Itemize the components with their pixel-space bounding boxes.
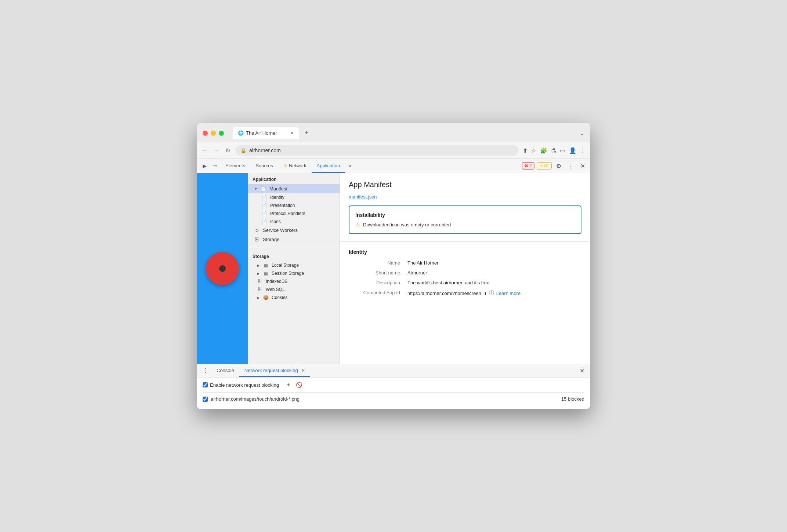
protocol-file-icon: 📄 — [261, 211, 267, 216]
tab-sources[interactable]: Sources — [250, 159, 278, 173]
warn-badge[interactable]: ⚠ 81 — [537, 162, 552, 170]
sidebar-sub-item-presentation[interactable]: 📄 Presentation — [248, 201, 340, 209]
devtools: ▶ ▭ Elements Sources ⚠ Network Applicati… — [197, 159, 590, 409]
inspect-button[interactable]: ▶ — [200, 160, 210, 172]
maximize-traffic-light[interactable] — [219, 131, 224, 136]
sidebar-sub-item-protocol-handlers[interactable]: 📄 Protocol Handlers — [248, 209, 340, 218]
session-storage-label: Session Storage — [272, 271, 304, 276]
devtools-toolbar: ▶ ▭ Elements Sources ⚠ Network Applicati… — [197, 159, 590, 173]
sidebar-item-storage[interactable]: 🗄 Storage — [248, 235, 340, 244]
browser-actions: ⬆ ☆ 🧩 ⚗ ▭ 👤 ⋮ — [523, 147, 586, 154]
sidebar-item-local-storage[interactable]: ▶ ▦ Local Storage — [248, 261, 340, 269]
bottom-tab-console[interactable]: Console — [211, 365, 239, 377]
profile-icon[interactable]: 👤 — [569, 147, 576, 154]
cookies-label: Cookies — [272, 295, 287, 300]
devtools-sidebar: Application ▼ 📄 Manifest 📄 Identity 📄 Pr… — [248, 173, 340, 364]
identity-section: Identity Name The Air Horner Short name … — [349, 248, 581, 296]
split-icon[interactable]: ▭ — [560, 147, 565, 154]
bottom-tab-bar: ⋮ Console Network request blocking ✕ ✕ — [197, 364, 590, 378]
url-bar[interactable]: 🔒 airhorner.com — [235, 145, 518, 156]
tab-favicon: 🌐 — [238, 130, 244, 136]
devtools-close-button[interactable]: ✕ — [578, 160, 587, 172]
presentation-file-icon: 📄 — [261, 203, 267, 208]
computed-app-id-label: Computed App Id — [349, 290, 407, 295]
flask-icon[interactable]: ⚗ — [551, 147, 556, 154]
cookies-expand-icon: ▶ — [257, 296, 260, 300]
manifest-json-link[interactable]: manifest.json — [349, 194, 377, 200]
enable-blocking-checkbox[interactable] — [203, 382, 208, 387]
share-icon[interactable]: ⬆ — [523, 147, 527, 154]
tab-application[interactable]: Application — [312, 159, 345, 173]
sidebar-item-indexeddb[interactable]: 🗄 IndexedDB — [248, 277, 340, 285]
reload-button[interactable]: ↻ — [225, 146, 231, 155]
add-rule-button[interactable]: + — [285, 382, 291, 388]
sidebar-sub-item-identity[interactable]: 📄 Identity — [248, 193, 340, 201]
description-label: Description — [349, 280, 407, 285]
sidebar-item-web-sql[interactable]: 🗄 Web SQL — [248, 285, 340, 294]
network-warn-icon: ⚠ — [283, 163, 287, 168]
blocked-count-text: 15 blocked — [561, 396, 584, 402]
help-icon[interactable]: ⓘ — [489, 290, 494, 296]
bottom-close-all-button[interactable]: ✕ — [577, 364, 587, 377]
icons-file-icon: 📄 — [261, 219, 267, 224]
devtools-body: Application ▼ 📄 Manifest 📄 Identity 📄 Pr… — [197, 173, 590, 364]
sidebar-sub-item-icons[interactable]: 📄 Icons — [248, 218, 340, 226]
learn-more-link[interactable]: Learn more — [496, 291, 521, 296]
enable-blocking-checkbox-item[interactable]: Enable network request blocking — [203, 382, 279, 388]
more-tabs-button[interactable]: » — [345, 159, 354, 173]
tab-application-label: Application — [317, 163, 340, 168]
minimize-traffic-light[interactable] — [211, 131, 216, 136]
manifest-expand-icon: ▼ — [254, 187, 258, 191]
tab-close-button[interactable]: ✕ — [290, 131, 294, 136]
sidebar-divider — [248, 247, 340, 247]
close-traffic-light[interactable] — [203, 131, 208, 136]
lock-icon: 🔒 — [240, 148, 246, 153]
name-value: The Air Horner — [407, 260, 439, 266]
sidebar-item-session-storage[interactable]: ▶ ▦ Session Storage — [248, 269, 340, 277]
blocked-url-checkbox[interactable] — [203, 397, 208, 402]
address-bar: ← → ↻ 🔒 airhorner.com ⬆ ☆ 🧩 ⚗ ▭ 👤 ⋮ — [197, 142, 590, 159]
tab-network[interactable]: ⚠ Network — [278, 159, 312, 173]
bottom-tab-network-blocking[interactable]: Network request blocking ✕ — [239, 365, 311, 377]
identity-section-title: Identity — [349, 249, 581, 255]
devtools-more-button[interactable]: ⋮ — [566, 160, 576, 172]
protocol-handlers-label: Protocol Handlers — [270, 211, 305, 216]
tab-chevron-icon[interactable]: ⌄ — [580, 130, 584, 136]
installability-warning-text: Downloaded icon was empty or corrupted — [363, 222, 451, 227]
computed-app-id-value: https://airhorner.com/?homescreen=1 — [407, 291, 487, 296]
menu-icon[interactable]: ⋮ — [580, 147, 586, 154]
storage-db-icon: 🗄 — [254, 237, 260, 242]
device-toggle-button[interactable]: ▭ — [210, 160, 220, 172]
bookmark-icon[interactable]: ☆ — [531, 147, 536, 154]
sidebar-item-service-workers[interactable]: ⚙ Service Workers — [248, 226, 340, 235]
traffic-lights — [203, 131, 224, 136]
back-button[interactable]: ← — [201, 146, 208, 154]
browser-tab-active[interactable]: 🌐 The Air Horner ✕ — [233, 127, 299, 139]
tab-sources-label: Sources — [255, 163, 273, 168]
tab-bar: 🌐 The Air Horner ✕ + ⌄ — [233, 127, 584, 139]
error-badge[interactable]: ✖ 2 — [522, 162, 534, 170]
bottom-dots-icon[interactable]: ⋮ — [200, 364, 211, 377]
warning-triangle-icon: ⚠ — [355, 222, 360, 227]
warn-icon: ⚠ — [539, 163, 543, 168]
devtools-bottom-panel: ⋮ Console Network request blocking ✕ ✕ E… — [197, 364, 590, 409]
error-icon: ✖ — [525, 163, 528, 168]
network-blocking-tab-close[interactable]: ✕ — [301, 368, 305, 373]
sidebar-item-manifest[interactable]: ▼ 📄 Manifest — [248, 184, 340, 193]
description-value: The world's best airhorner, and it's fre… — [407, 280, 489, 285]
devtools-settings-button[interactable]: ⚙ — [554, 160, 563, 172]
block-button[interactable]: 🚫 — [294, 382, 304, 388]
browser-window: 🌐 The Air Horner ✕ + ⌄ ← → ↻ 🔒 airhorner… — [197, 123, 590, 409]
tab-elements[interactable]: Elements — [220, 159, 250, 173]
devtools-tab-list: Elements Sources ⚠ Network Application » — [220, 159, 522, 173]
sidebar-item-cookies[interactable]: ▶ 🍪 Cookies — [248, 294, 340, 302]
local-storage-grid-icon: ▦ — [263, 263, 269, 268]
forward-button[interactable]: → — [213, 146, 220, 154]
extension-icon[interactable]: 🧩 — [540, 147, 547, 154]
air-horner-button[interactable] — [206, 252, 239, 285]
short-name-label: Short name — [349, 270, 407, 276]
new-tab-button[interactable]: + — [302, 128, 312, 138]
icons-label: Icons — [270, 219, 281, 224]
url-text: airhorner.com — [249, 147, 513, 153]
storage-section-header: Storage — [248, 250, 340, 261]
